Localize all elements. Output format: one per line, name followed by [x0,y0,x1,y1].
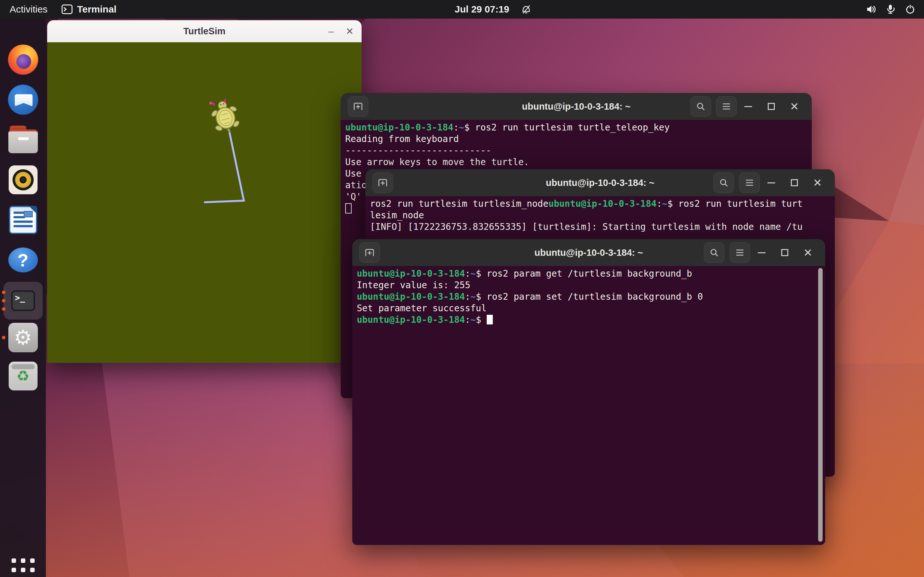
dock-item-terminal[interactable]: >_ [0,282,46,319]
turtlesim-titlebar[interactable]: TurtleSim – ✕ [47,20,362,42]
dock-item-firefox[interactable] [0,45,46,75]
dock-item-trash[interactable]: ♻ [0,362,46,390]
app-grid-icon [11,558,35,577]
dock-item-app-grid[interactable] [0,556,46,577]
menu-button[interactable] [739,172,760,193]
minimize-button[interactable] [760,172,783,193]
notifications-muted-icon [521,4,531,15]
terminal-cursor [345,203,352,213]
dock-item-files[interactable] [0,125,46,155]
dock: ? >_ ⚙ ♻ [0,19,46,577]
volume-icon [866,4,877,15]
running-indicator-dot [2,336,5,340]
menu-button[interactable] [730,242,750,263]
clock-label: Jul 29 07:19 [455,4,509,15]
help-icon: ? [8,247,38,272]
maximize-button[interactable] [783,172,806,193]
turtlesim-close-button[interactable]: ✕ [342,20,357,42]
dock-item-thunderbird[interactable] [0,85,46,115]
trash-icon: ♻ [9,362,37,390]
activities-button[interactable]: Activities [10,4,47,15]
search-button[interactable] [690,96,711,117]
maximize-button[interactable] [773,242,796,263]
dock-item-help[interactable]: ? [0,247,46,272]
new-tab-button[interactable] [373,172,393,193]
turtlesim-title: TurtleSim [183,26,226,37]
terminal-output[interactable]: ubuntu@ip-10-0-3-184:~$ ros2 param get /… [352,266,825,545]
top-bar: Activities Terminal Jul 29 07:19 [0,0,924,19]
close-button[interactable]: ✕ [796,242,819,263]
focused-app-label: Terminal [77,4,116,15]
terminal-scrollbar[interactable] [818,268,822,542]
menu-button[interactable] [716,96,737,117]
minimize-button[interactable] [737,96,760,117]
terminal-cursor [487,315,493,324]
terminal-title: ubuntu@ip-10-0-3-184: ~ [535,247,643,258]
terminal-title: ubuntu@ip-10-0-3-184: ~ [546,177,654,188]
microphone-icon [885,4,897,15]
turtlesim-window: TurtleSim – ✕ [47,20,362,363]
terminal-titlebar[interactable]: ubuntu@ip-10-0-3-184: ~ ✕ [341,93,812,120]
recycle-glyph: ♻ [16,367,29,385]
terminal-app-icon [61,4,73,15]
search-button[interactable] [704,242,724,263]
minimize-button[interactable] [750,242,773,263]
turtlesim-scene [47,42,362,363]
maximize-button[interactable] [760,96,783,117]
terminal-icon: >_ [11,290,35,311]
files-icon [8,129,38,153]
thunderbird-icon [8,85,38,115]
rhythmbox-icon [9,165,37,194]
close-button[interactable]: ✕ [806,172,829,193]
terminal-title: ubuntu@ip-10-0-3-184: ~ [522,101,630,112]
focused-app-menu[interactable]: Terminal [61,4,116,15]
new-tab-button[interactable] [348,96,368,117]
search-button[interactable] [714,172,734,193]
turtle-trail [204,129,244,202]
firefox-icon [8,45,38,75]
settings-gear-icon: ⚙ [8,323,38,352]
turtle-sprite [208,96,242,135]
terminal-active-tile: >_ [3,282,43,319]
clock-menu[interactable]: Jul 29 07:19 [455,0,531,19]
turtlesim-canvas [47,42,362,363]
terminal-window-param: ubuntu@ip-10-0-3-184: ~ ✕ ubuntu@ip-10-0… [352,239,825,545]
running-indicator-dots [2,291,5,311]
turtlesim-minimize-button[interactable]: – [324,20,338,42]
new-tab-button[interactable] [359,242,380,263]
terminal-titlebar[interactable]: ubuntu@ip-10-0-3-184: ~ ✕ [365,169,835,196]
terminal-titlebar[interactable]: ubuntu@ip-10-0-3-184: ~ ✕ [352,239,825,266]
dock-item-settings[interactable]: ⚙ [0,323,46,352]
libreoffice-writer-icon [9,206,37,234]
dock-item-rhythmbox[interactable] [0,165,46,194]
system-status-menu[interactable] [866,0,916,19]
power-icon [905,4,916,15]
dock-item-libreoffice-writer[interactable] [0,206,46,234]
close-button[interactable]: ✕ [783,96,806,117]
